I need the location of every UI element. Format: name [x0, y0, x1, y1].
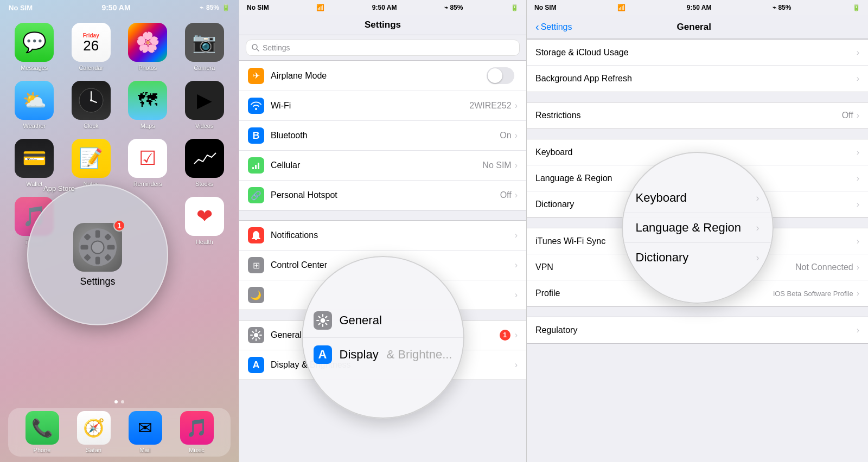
time-general: 9:50 AM	[687, 4, 712, 11]
safari-label: Safari	[86, 447, 101, 453]
control-center-icon: ⊞	[248, 257, 264, 273]
profile-value: iOS Beta Software Profile	[773, 290, 853, 298]
search-icon	[252, 44, 259, 52]
settings-magnifier: 1 Settings	[27, 184, 168, 325]
back-button[interactable]: ‹ Settings	[535, 21, 572, 33]
dnd-icon: 🌙	[248, 287, 264, 303]
dock-safari[interactable]: 🧭 Safari	[77, 411, 111, 453]
cellular-label: Cellular	[271, 161, 482, 170]
status-bar-home: No SIM 9:50 AM ⌁ 85% 🔋	[0, 0, 239, 15]
app-reminders[interactable]: ☑ Reminders	[124, 139, 171, 187]
gmag-dictionary-title: Dictionary	[636, 251, 756, 265]
settings-title: Settings	[365, 20, 401, 30]
page-dots	[114, 400, 124, 403]
svg-rect-9	[81, 245, 88, 249]
carrier-settings: No SIM	[247, 4, 269, 11]
restrictions-label: Restrictions	[535, 111, 842, 120]
photos-label: Photos	[138, 65, 157, 71]
maps-label: Maps	[141, 123, 155, 129]
camera-icon: 📷	[185, 23, 224, 62]
airplane-toggle[interactable]	[487, 67, 514, 84]
phone-label: Phone	[34, 447, 51, 453]
hotspot-label: Personal Hotspot	[271, 190, 500, 200]
general-group-2: Restrictions Off ›	[527, 102, 868, 129]
mag-display-row[interactable]: A Display & Brightne...	[303, 338, 463, 371]
dock-phone[interactable]: 📞 Phone	[25, 411, 59, 453]
app-videos[interactable]: ▶ Videos	[181, 81, 228, 129]
app-camera[interactable]: 📷 Camera	[181, 23, 228, 71]
notes-icon: 📝	[72, 139, 111, 178]
regulatory-label: Regulatory	[535, 325, 857, 335]
app-wallet[interactable]: 💳 Wallet	[11, 139, 58, 187]
app-calendar[interactable]: Friday 26 Calendar	[68, 23, 115, 71]
safari-dock-icon: 🧭	[77, 411, 111, 445]
airplane-row[interactable]: ✈ Airplane Mode	[239, 61, 526, 91]
airplane-label: Airplane Mode	[271, 71, 487, 81]
battery-icon-home: 🔋	[222, 4, 230, 11]
restrictions-row[interactable]: Restrictions Off ›	[527, 102, 868, 129]
battery-settings: 🔋	[510, 4, 519, 11]
svg-rect-20	[258, 163, 259, 169]
maps-icon: 🗺	[128, 81, 167, 120]
wifi-row[interactable]: Wi-Fi 2WIRE252 ›	[239, 91, 526, 121]
cellular-value: No SIM	[482, 161, 511, 170]
app-stocks[interactable]: Stocks	[181, 139, 228, 187]
hotspot-value: Off	[500, 190, 512, 200]
carrier-home: No SIM	[9, 4, 33, 12]
app-notes[interactable]: 📝 Notes	[68, 139, 115, 187]
app-maps[interactable]: 🗺 Maps	[124, 81, 171, 129]
bluetooth-row[interactable]: B Bluetooth On ›	[239, 121, 526, 151]
app-weather[interactable]: ⛅ Weather	[11, 81, 58, 129]
app-messages[interactable]: 💬 Messages	[11, 23, 58, 71]
status-bar-general: No SIM 📶 9:50 AM ⌁ 85% 🔋	[527, 0, 868, 15]
hotspot-row[interactable]: 🔗 Personal Hotspot Off ›	[239, 181, 526, 210]
gmag-dictionary-row[interactable]: Dictionary ›	[623, 243, 773, 272]
app-health[interactable]: ❤ Health	[181, 197, 228, 245]
app-photos[interactable]: 🌸 Photos	[124, 23, 171, 71]
general-sep-2	[527, 129, 868, 139]
cellular-row[interactable]: Cellular No SIM ›	[239, 151, 526, 181]
dock-mail[interactable]: ✉ Mail	[129, 411, 162, 453]
notifications-label: Notifications	[271, 230, 515, 240]
app-clock[interactable]: Clock	[68, 81, 115, 129]
wifi-icon-settings: 📶	[316, 4, 324, 11]
general-nav-bar: ‹ Settings General	[527, 15, 868, 39]
bt-settings: ⌁ 85%	[444, 4, 463, 11]
svg-point-4	[90, 99, 92, 101]
stocks-icon	[185, 139, 224, 178]
dock-music[interactable]: 🎵 Music	[180, 411, 214, 453]
gmag-keyboard-row[interactable]: Keyboard ›	[623, 183, 773, 213]
storage-row[interactable]: Storage & iCloud Usage ›	[527, 40, 868, 66]
bluetooth-icon-home: ⌁	[200, 4, 203, 11]
status-bar-settings: No SIM 📶 9:50 AM ⌁ 85% 🔋	[239, 0, 526, 15]
keyboard-chevron: ›	[857, 147, 859, 157]
display-icon: A	[248, 357, 264, 373]
bg-refresh-chevron: ›	[857, 74, 859, 84]
general-badge: 1	[500, 330, 510, 341]
messages-label: Messages	[21, 65, 48, 71]
regulatory-row[interactable]: Regulatory ›	[527, 317, 868, 343]
gmag-language-chevron: ›	[756, 222, 760, 234]
phone-dock-icon: 📞	[25, 411, 59, 445]
storage-chevron: ›	[857, 48, 859, 57]
settings-icon-magnified[interactable]: 1	[73, 223, 122, 272]
music-label: Music	[189, 447, 205, 453]
separator-1	[239, 210, 526, 220]
notifications-row[interactable]: Notifications ›	[239, 221, 526, 251]
gmag-language-title: Language & Region	[636, 221, 756, 235]
gmag-language-row[interactable]: Language & Region ›	[623, 213, 773, 243]
svg-rect-18	[252, 167, 254, 169]
mag-general-row[interactable]: General	[303, 304, 463, 338]
weather-label: Weather	[23, 123, 46, 129]
storage-label: Storage & iCloud Usage	[535, 48, 857, 57]
app-store-label: App Store	[43, 184, 75, 193]
bg-refresh-row[interactable]: Background App Refresh ›	[527, 66, 868, 92]
wifi-icon	[248, 98, 264, 114]
wifi-icon-general: 📶	[617, 4, 626, 11]
search-bar[interactable]: Settings	[246, 40, 520, 56]
mag-display-title: Display	[340, 348, 387, 362]
gmag-keyboard-chevron: ›	[756, 193, 760, 204]
notifications-icon	[248, 227, 264, 243]
wifi-value: 2WIRE252	[469, 101, 511, 111]
gmag-dictionary-chevron: ›	[756, 252, 760, 264]
